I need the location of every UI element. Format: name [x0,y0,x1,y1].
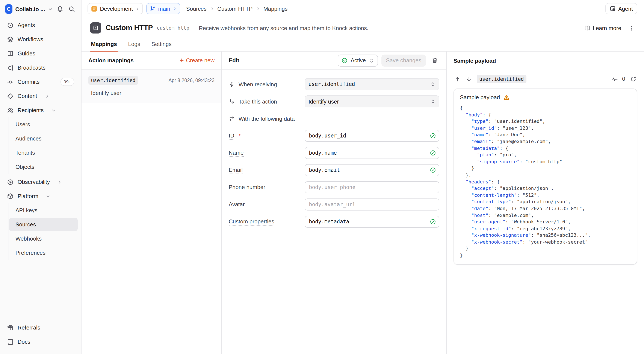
sidebar-item-content[interactable]: Content [4,89,78,103]
agent-icon [610,6,616,12]
sidebar-item-referrals[interactable]: Referrals [4,321,78,334]
chevron-right-icon [210,7,214,11]
event-select[interactable]: user.identified [304,78,439,90]
sidebar-item-platform[interactable]: Platform [4,190,78,203]
chevron-down-icon [48,7,53,11]
breadcrumb-mappings[interactable]: Mappings [264,5,288,12]
tab-mappings[interactable]: Mappings [90,41,118,51]
sidebar-item-label: Workflows [18,36,43,43]
save-changes-button[interactable]: Save changes [381,54,426,66]
commits-count-badge: 99+ [60,78,74,86]
broadcasts-icon [7,64,14,71]
sidebar-item-agents[interactable]: Agents [4,19,78,32]
phone-input[interactable] [304,181,439,193]
breadcrumb-custom-http[interactable]: Custom HTTP [217,5,253,12]
sidebar-item-label: Referrals [18,324,40,331]
field-label-avatar: Avatar [229,201,245,208]
field-label-email: Email [229,166,243,174]
sidebar-item-audiences[interactable]: Audiences [9,132,78,145]
sidebar-item-broadcasts[interactable]: Broadcasts [4,61,78,74]
environment-switcher[interactable]: Development [88,3,143,14]
create-new-button[interactable]: Create new [179,57,214,64]
sidebar-item-webhooks[interactable]: Webhooks [9,232,78,245]
chevron-right-icon [256,7,260,11]
agent-button[interactable]: Agent [606,3,637,14]
trash-icon [432,57,438,64]
tab-settings[interactable]: Settings [150,41,172,51]
sidebar-item-commits[interactable]: Commits 99+ [4,75,78,89]
kebab-menu-icon [628,25,634,31]
swap-arrows-icon [229,115,235,122]
agents-icon [7,22,14,29]
action-select[interactable]: Identify user [304,95,439,107]
email-input[interactable] [304,164,439,176]
chevron-up-down-icon [430,99,436,104]
sidebar-item-recipients[interactable]: Recipients [4,104,78,117]
app-root: C Collab.io ... Agents Workflows Guides [0,0,644,354]
refresh-icon [630,76,636,82]
org-switcher[interactable]: C Collab.io ... [0,3,81,18]
take-action-row: Take this action Identify user [229,95,439,107]
source-description: Receive webhooks from any source and map… [199,25,368,31]
check-circle-icon [430,219,436,225]
next-payload-button[interactable] [465,75,473,83]
refresh-payload-button[interactable] [630,75,637,83]
breadcrumb: Sources Custom HTTP Mappings [186,5,288,12]
field-row-phone: Phone number [229,181,439,193]
sample-payload-pane: Sample payload user.identified 0 [447,52,644,354]
tab-bar: Mappings Logs Settings [82,41,644,52]
field-label-custom-properties: Custom properties [229,218,274,225]
sidebar-item-api-keys[interactable]: API keys [9,204,78,217]
sidebar-item-tenants[interactable]: Tenants [9,146,78,159]
sidebar: C Collab.io ... Agents Workflows Guides [0,0,82,354]
mapping-date: Apr 8 2026, 09:43:23 [168,78,214,83]
sidebar-item-workflows[interactable]: Workflows [4,33,78,46]
chevron-down-icon [46,194,50,198]
mapping-action-name: Identify user [91,90,214,96]
action-select-value: Identify user [308,98,339,105]
breadcrumb-sources[interactable]: Sources [186,5,206,12]
sidebar-item-label: Sources [16,221,36,228]
field-label-id: ID [229,132,234,139]
sidebar-item-observability[interactable]: Observability [4,175,78,189]
tab-logs[interactable]: Logs [127,41,141,51]
source-slug: custom_http [156,25,189,31]
field-label-phone: Phone number [229,184,265,191]
sidebar-item-preferences[interactable]: Preferences [9,246,78,259]
gift-icon [7,324,14,331]
book-icon [7,338,14,345]
content-panes: Action mappings Create new user.identifi… [82,52,644,354]
name-input[interactable] [304,147,439,159]
platform-icon [7,193,14,200]
check-circle-icon [430,133,436,139]
content-icon [7,93,14,99]
chevron-right-icon [173,7,177,11]
sidebar-item-guides[interactable]: Guides [4,47,78,60]
id-input[interactable] [304,130,439,142]
commits-icon [7,78,14,85]
workflows-icon [7,36,14,43]
sidebar-item-objects[interactable]: Objects [9,160,78,173]
delete-mapping-button[interactable] [430,56,439,65]
sidebar-item-sources[interactable]: Sources [9,218,78,231]
learn-more-button[interactable]: Learn more [584,25,621,31]
check-circle-icon [430,167,436,173]
notifications-button[interactable] [56,5,64,13]
field-label-name: Name [229,149,244,156]
environment-icon [91,5,98,12]
search-button[interactable] [67,5,76,13]
more-options-button[interactable] [627,24,636,32]
prev-payload-button[interactable] [454,75,461,83]
branch-switcher[interactable]: main [146,3,180,14]
book-icon [584,25,590,31]
sidebar-item-users[interactable]: Users [9,118,78,131]
sidebar-item-docs[interactable]: Docs [4,335,78,348]
source-header: Custom HTTP custom_http Receive webhooks… [82,17,644,34]
status-select[interactable]: Active [338,54,378,66]
mapping-list-item[interactable]: user.identified Apr 8 2026, 09:43:23 Ide… [82,70,222,103]
avatar-input[interactable] [304,199,439,211]
create-new-label: Create new [186,57,214,64]
field-row-id: ID* [229,130,439,142]
custom-properties-input[interactable] [304,216,439,228]
field-row-custom-properties: Custom properties [229,216,439,228]
